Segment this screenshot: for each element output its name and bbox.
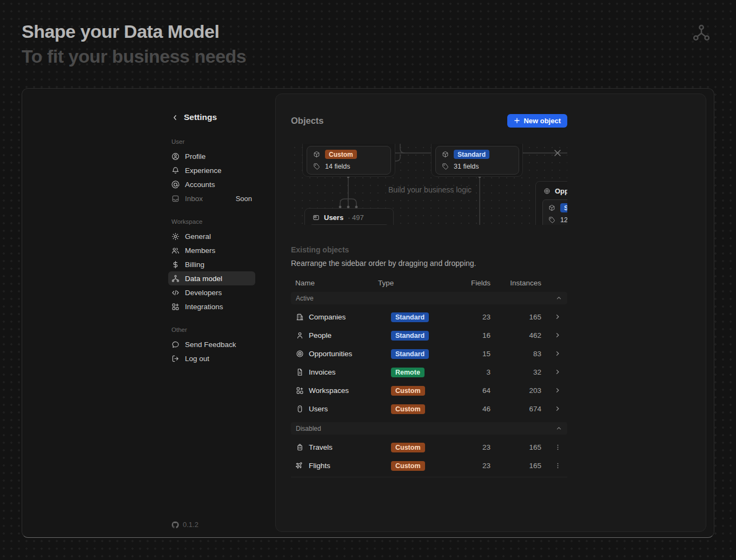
row-name: Invoices (309, 368, 336, 376)
row-open-button[interactable] (548, 314, 567, 320)
chevron-right-icon (554, 387, 561, 394)
sidebar-item-integrations[interactable]: Integrations (168, 299, 255, 314)
new-object-button[interactable]: New object (507, 114, 567, 128)
type-badge: Remote (391, 368, 425, 377)
table-row-travels[interactable]: Travels Custom 23 165 (291, 438, 567, 456)
sidebar-item-experience[interactable]: Experience (168, 163, 255, 177)
sidebar-item-label: Integrations (185, 303, 223, 311)
sidebar-item-developers[interactable]: Developers (168, 285, 255, 299)
row-open-button[interactable] (548, 369, 567, 375)
sidebar-item-label: Inbox (185, 195, 203, 203)
fields-value: 64 (459, 386, 494, 395)
table-header: Name Type Fields Instances (291, 277, 567, 289)
instances-value: 165 (494, 313, 548, 321)
existing-objects-description: Rearrange the sidebar order by dragging … (291, 259, 567, 268)
fields-count: 12 fields (560, 216, 567, 224)
section-header-disabled[interactable]: Disabled (291, 422, 567, 435)
fields-value: 15 (459, 350, 494, 358)
user-circle-icon (171, 152, 180, 161)
row-open-button[interactable] (548, 405, 567, 412)
sidebar-item-label: Send Feedback (185, 341, 236, 349)
canvas-node-opportunities[interactable]: Opportunities Standard 12 fields (535, 181, 567, 225)
hierarchy-icon (171, 275, 180, 283)
app-screen: Shape your Data Model To fit your busine… (0, 0, 736, 560)
canvas-node-users[interactable]: Users · 497 (304, 208, 394, 225)
building-icon (296, 313, 304, 321)
sidebar-title: Settings (184, 112, 217, 122)
table-row-invoices[interactable]: Invoices Remote 3 32 (291, 363, 567, 381)
sidebar-item-label: Billing (185, 261, 204, 269)
type-badge: Standard (391, 349, 429, 359)
row-name: Companies (309, 313, 346, 321)
type-badge: Custom (391, 386, 425, 396)
sidebar-item-billing[interactable]: Billing (168, 257, 255, 271)
table-row-opportunities[interactable]: Opportunities Standard 15 83 (291, 344, 567, 363)
row-open-button[interactable] (548, 350, 567, 357)
apps-icon (171, 303, 180, 311)
instances-value: 674 (494, 405, 548, 413)
mouse-icon (296, 405, 304, 413)
chevron-left-icon (171, 114, 178, 121)
target-icon (543, 188, 551, 195)
dots-vertical-icon (554, 462, 561, 469)
row-open-button[interactable] (548, 387, 567, 394)
canvas-hint-text: Build your business logic (388, 185, 472, 194)
file-icon (296, 368, 304, 376)
fields-value: 16 (459, 331, 494, 339)
sidebar-item-send-feedback[interactable]: Send Feedback (168, 337, 255, 351)
instances-value: 462 (494, 331, 548, 339)
row-open-button[interactable] (548, 332, 567, 338)
hero: Shape your Data Model To fit your busine… (22, 19, 246, 69)
row-menu-button[interactable] (548, 444, 567, 451)
type-badge: Custom (391, 461, 425, 471)
type-badge: Custom (391, 443, 425, 452)
column-header-fields: Fields (459, 279, 494, 287)
person-icon (296, 331, 304, 339)
table-row-companies[interactable]: Companies Standard 23 165 (291, 308, 567, 326)
sidebar-item-profile[interactable]: Profile (168, 149, 255, 163)
sidebar-item-members[interactable]: Members (168, 243, 255, 257)
active-rows: Companies Standard 23 165 People Standar… (291, 308, 567, 418)
table-row-users[interactable]: Users Custom 46 674 (291, 399, 567, 418)
app-version[interactable]: 0.1.2 (168, 521, 202, 529)
table-row-flights[interactable]: Flights Custom 23 165 (291, 456, 567, 475)
type-badge: Standard (454, 150, 489, 159)
sidebar-item-label: Accounts (185, 181, 215, 189)
row-name: Opportunities (309, 350, 352, 358)
logout-icon (171, 355, 180, 363)
page-title: Shape your Data Model (22, 19, 246, 44)
row-menu-button[interactable] (548, 462, 567, 469)
settings-back-button[interactable]: Settings (168, 112, 255, 122)
sidebar-item-accounts[interactable]: Accounts (168, 177, 255, 191)
table-row-people[interactable]: People Standard 16 462 (291, 326, 567, 344)
chevron-right-icon (554, 332, 561, 338)
instances-value: 83 (494, 350, 548, 358)
canvas-node-custom[interactable]: Custom 14 fields (307, 146, 391, 175)
sidebar-item-data-model[interactable]: Data model (168, 271, 255, 285)
chevron-right-icon (554, 350, 561, 357)
disabled-rows: Travels Custom 23 165 Flights Custom 23 … (291, 438, 567, 475)
target-icon (296, 350, 304, 358)
section-header-active[interactable]: Active (291, 292, 567, 304)
instances-value: 165 (494, 443, 548, 451)
chevron-up-icon (556, 295, 562, 301)
column-header-instances: Instances (494, 279, 548, 287)
close-icon[interactable] (555, 150, 560, 156)
version-number: 0.1.2 (183, 521, 198, 529)
row-name: People (309, 331, 331, 339)
cube-icon (548, 204, 555, 211)
tag-icon (548, 216, 555, 223)
canvas-node-standard[interactable]: Standard 31 fields (435, 146, 519, 175)
fields-count: 14 fields (325, 163, 350, 170)
table-row-workspaces[interactable]: Workspaces Custom 64 203 (291, 381, 567, 399)
node-count: · 497 (348, 214, 364, 222)
users-icon (171, 246, 180, 255)
sidebar-item-log-out[interactable]: Log out (168, 351, 255, 365)
sidebar-item-general[interactable]: General (168, 229, 255, 243)
hierarchy-icon (692, 24, 711, 42)
sidebar-item-label: Experience (185, 166, 222, 175)
section-label-workspace: Workspace (168, 218, 255, 225)
sidebar-item-inbox[interactable]: Inbox Soon (168, 191, 255, 205)
data-model-canvas[interactable]: Custom 14 fields Standard (291, 144, 567, 225)
instances-value: 32 (494, 368, 548, 376)
